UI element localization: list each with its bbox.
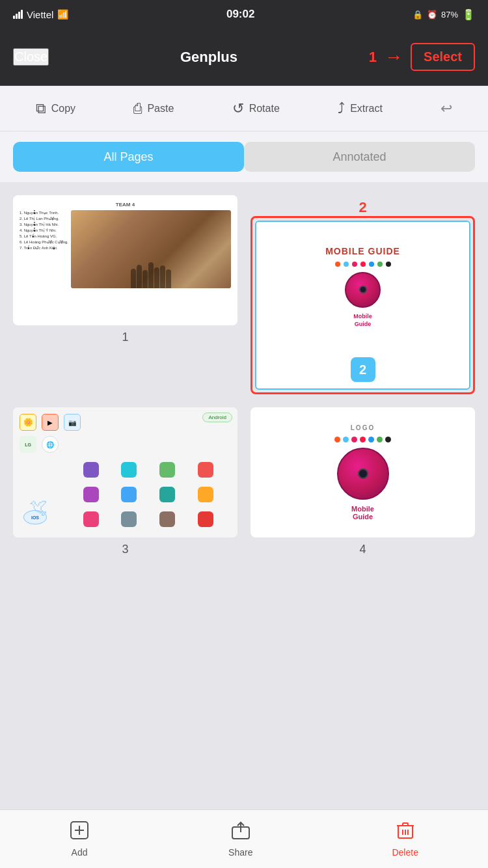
page-selected-wrapper-2: MOBILE GUIDE MobileGuide (251, 216, 475, 394)
dot-blue (344, 262, 349, 267)
app-icon-3 (159, 462, 175, 478)
lg-icon: LG (20, 436, 36, 453)
logo-inner-circle (359, 286, 367, 293)
status-bar: Viettel 📶 09:02 🔒 ⏰ 87% 🔋 (0, 0, 488, 29)
rotate-tool[interactable]: ↺ Rotate (232, 100, 280, 117)
status-bar-right: 🔒 ⏰ 87% 🔋 (413, 8, 475, 21)
carrier-label: Viettel (27, 9, 53, 20)
dot4-blue (343, 437, 349, 442)
copy-icon: ⧉ (36, 100, 46, 117)
page-item-2[interactable]: 2 MOBILE GUIDE (251, 195, 475, 394)
page4-dots (334, 437, 391, 442)
page-item-3[interactable]: 🌼 ▶ 📷 Android LG 🌐 (13, 407, 237, 562)
undo-icon: ↩ (441, 100, 452, 117)
bird-decoration: 🕊 (29, 496, 47, 518)
flower-icon: 🌼 (20, 414, 36, 431)
logo-title-label: LOGO (351, 424, 375, 431)
page-selected-inner-2: MOBILE GUIDE MobileGuide (255, 221, 470, 390)
dot4-blue2 (368, 437, 374, 442)
page-thumb-3: 🌼 ▶ 📷 Android LG 🌐 (13, 407, 237, 537)
app-grid (81, 459, 238, 537)
bottom-bar: Add Share Delete (0, 809, 488, 868)
dot-orange (335, 262, 340, 267)
add-icon (70, 821, 89, 845)
arrow-right-icon: → (385, 47, 403, 68)
signal-icon (13, 10, 23, 19)
delete-bottom-item[interactable]: Delete (392, 821, 418, 858)
dot-red (360, 262, 366, 267)
share-icon (231, 821, 251, 845)
mobile-guide-title: MOBILE GUIDE (325, 246, 400, 256)
paste-tool[interactable]: ⎙ Paste (133, 100, 174, 117)
app-icon-2 (121, 462, 137, 478)
wifi-icon: 📶 (57, 9, 68, 20)
svg-rect-7 (403, 823, 408, 826)
delete-icon (396, 821, 415, 845)
app-icon-8 (198, 487, 213, 502)
app-icon-10 (121, 511, 137, 527)
app-icon-11 (159, 511, 175, 527)
page-thumb-4: LOGO MobileGuide (251, 407, 475, 537)
page-item-4[interactable]: LOGO MobileGuide 4 (251, 407, 475, 562)
video-icon: ▶ (42, 414, 59, 431)
app-icon-9 (83, 511, 99, 527)
page-item-1[interactable]: TEAM 4 1. Nguyễn Thục Trinh. 2. Lê Thị L… (13, 195, 237, 394)
annotated-tab[interactable]: Annotated (244, 142, 475, 172)
share-bottom-item[interactable]: Share (228, 821, 252, 858)
copy-tool[interactable]: ⧉ Copy (36, 100, 75, 117)
select-button[interactable]: Select (411, 43, 475, 71)
annotation-number: 1 (369, 49, 377, 66)
app-icon-4 (198, 462, 213, 478)
nav-title: Genplus (180, 49, 237, 66)
dot4-pink (351, 437, 357, 442)
logo-text: MobileGuide (353, 313, 372, 328)
android-label: Android (202, 413, 232, 422)
app-icon-1 (83, 462, 99, 478)
close-button[interactable]: Close (13, 48, 49, 66)
all-pages-tab[interactable]: All Pages (13, 142, 244, 172)
app-icon-5 (83, 487, 99, 502)
extract-tool[interactable]: ⤴ Extract (338, 100, 383, 117)
paste-icon: ⎙ (133, 100, 142, 117)
page-number-1: 1 (13, 325, 237, 349)
extract-label: Extract (350, 103, 383, 115)
team-title: TEAM 4 (20, 202, 231, 208)
page-3-content: 🌼 ▶ 📷 Android LG 🌐 (13, 407, 237, 537)
page4-inner-circle (358, 468, 368, 479)
app-icon-7 (159, 487, 175, 502)
dot-green (377, 262, 383, 267)
color-dots-row (335, 262, 391, 267)
lock-icon: 🔒 (413, 10, 423, 20)
page-number-4: 4 (251, 537, 475, 562)
page2-number-badge: 2 (351, 357, 375, 382)
team-names: 1. Nguyễn Thục Trinh. 2. Lê Thị Lan Phượ… (20, 210, 68, 288)
page-thumb-1: TEAM 4 1. Nguyễn Thục Trinh. 2. Lê Thị L… (13, 195, 237, 325)
page4-logo-text: MobileGuide (351, 505, 374, 521)
page-1-content: TEAM 4 1. Nguyễn Thục Trinh. 2. Lê Thị L… (13, 195, 237, 325)
paste-label: Paste (147, 103, 174, 115)
dot4-red (360, 437, 366, 442)
photo-icon: 📷 (64, 414, 81, 431)
app-icon-6 (121, 487, 137, 502)
filter-tab-bar: All Pages Annotated (0, 131, 488, 182)
status-bar-left: Viettel 📶 (13, 9, 68, 20)
dot-black (386, 262, 391, 267)
add-bottom-item[interactable]: Add (70, 821, 89, 858)
dot4-orange (334, 437, 340, 442)
toolbar: ⧉ Copy ⎙ Paste ↺ Rotate ⤴ Extract ↩ (0, 86, 488, 131)
dot-pink (352, 262, 357, 267)
copy-label: Copy (51, 103, 75, 115)
extract-icon: ⤴ (338, 100, 345, 117)
page2-badge-container: 2 (256, 352, 469, 388)
battery-label: 87% (441, 10, 458, 20)
delete-label: Delete (392, 847, 418, 858)
nav-right: 1 → Select (369, 43, 475, 71)
dot4-black (385, 437, 391, 442)
status-time: 09:02 (226, 8, 254, 21)
page-number-3: 3 (13, 537, 237, 562)
nav-bar: Close Genplus 1 → Select (0, 29, 488, 86)
rotate-label: Rotate (249, 103, 280, 115)
alarm-icon: ⏰ (427, 10, 437, 20)
undo-tool[interactable]: ↩ (441, 100, 452, 117)
page-2-content: MOBILE GUIDE MobileGuide (256, 222, 469, 352)
